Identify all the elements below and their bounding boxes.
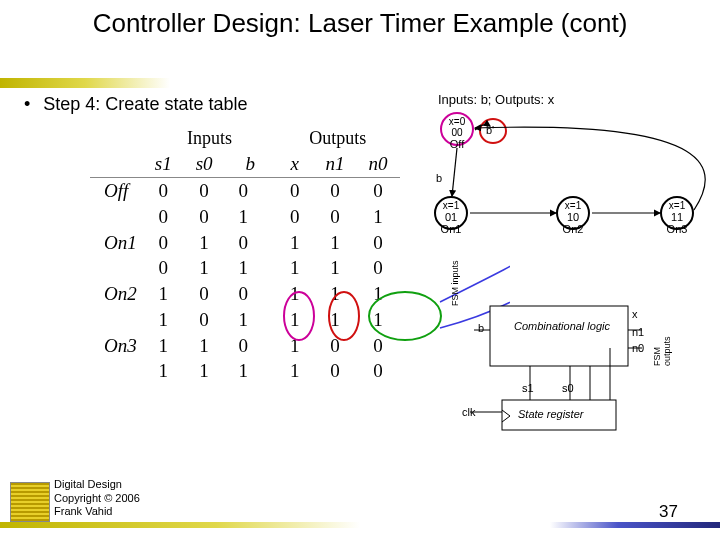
- credit-line2: Copyright © 2006: [54, 492, 140, 505]
- cell: 0: [357, 358, 400, 384]
- cell: 1: [143, 358, 184, 384]
- cell: 0: [184, 281, 225, 307]
- cell: 1: [276, 307, 314, 333]
- cell: 0: [357, 333, 400, 359]
- cell: 1: [357, 307, 400, 333]
- cell: 1: [225, 307, 277, 333]
- cell: 0: [225, 333, 277, 359]
- cell: 1: [184, 333, 225, 359]
- cell: 1: [143, 333, 184, 359]
- cell: 0: [314, 358, 357, 384]
- edge-bbar: b': [486, 124, 494, 136]
- row-state: On3: [90, 333, 143, 359]
- credit-line3: Frank Vahid: [54, 505, 140, 518]
- cell: 1: [276, 281, 314, 307]
- row-state: On2: [90, 281, 143, 307]
- row-state: [90, 358, 143, 384]
- fsm-inputs-label: FSM inputs: [450, 260, 460, 306]
- sig-clk: clk: [462, 406, 475, 418]
- cell: 1: [184, 358, 225, 384]
- fsm-edges: [0, 0, 720, 280]
- edge-b: b: [436, 172, 442, 184]
- footer-decoration-right: [550, 522, 720, 528]
- cell: 1: [143, 307, 184, 333]
- block-diagram: Combinational logic State register FSM i…: [452, 300, 662, 460]
- credit-line1: Digital Design: [54, 478, 140, 491]
- cell: 1: [225, 358, 277, 384]
- sig-n0: n0: [632, 342, 644, 354]
- cell: 0: [184, 307, 225, 333]
- sig-x: x: [632, 308, 638, 320]
- cell: 1: [143, 281, 184, 307]
- cell: 0: [314, 333, 357, 359]
- fsm-outputs-label: FSM outputs: [652, 336, 672, 366]
- sig-n1: n1: [632, 326, 644, 338]
- state-register-label: State register: [518, 408, 583, 420]
- credit-block: Digital Design Copyright © 2006 Frank Va…: [54, 478, 140, 518]
- cell: 1: [357, 281, 400, 307]
- footer-decoration-left: [0, 522, 360, 528]
- cell: 1: [276, 358, 314, 384]
- row-state: [90, 307, 143, 333]
- cell: 1: [314, 307, 357, 333]
- cell: 0: [225, 281, 277, 307]
- sig-s1: s1: [522, 382, 534, 394]
- comb-logic-label: Combinational logic: [512, 320, 612, 332]
- svg-rect-4: [490, 306, 628, 366]
- cell: 1: [314, 281, 357, 307]
- cell: 1: [276, 333, 314, 359]
- page-number: 37: [659, 502, 678, 522]
- sig-b: b: [478, 322, 484, 334]
- logo-icon: [10, 482, 50, 522]
- sig-s0: s0: [562, 382, 574, 394]
